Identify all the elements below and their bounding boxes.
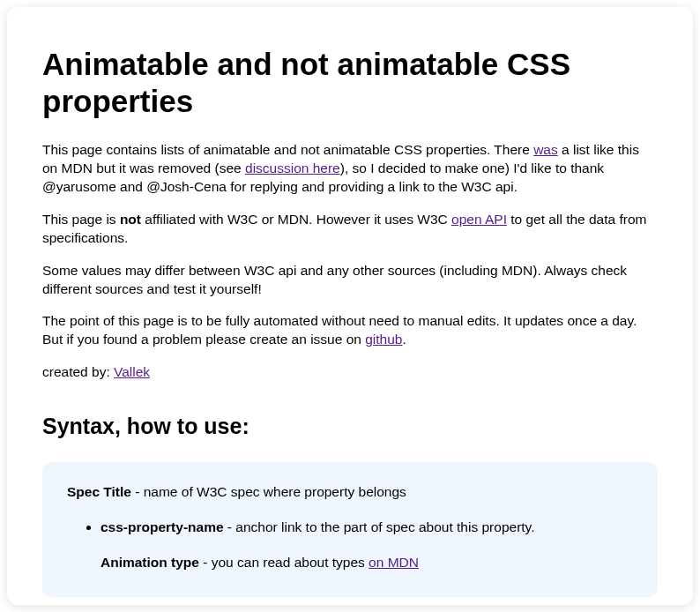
content-card: Animatable and not animatable CSS proper… bbox=[7, 7, 693, 605]
spec-title-label: Spec Title bbox=[67, 484, 131, 499]
animation-type-label: Animation type bbox=[101, 555, 199, 570]
text: This page is bbox=[42, 212, 120, 227]
syntax-spec-line: Spec Title - name of W3C spec where prop… bbox=[67, 483, 633, 502]
link-discussion[interactable]: discussion here bbox=[245, 160, 340, 175]
page-title: Animatable and not animatable CSS proper… bbox=[42, 46, 658, 120]
emphasis-not: not bbox=[120, 212, 141, 227]
syntax-list: css-property-name - anchor link to the p… bbox=[67, 518, 633, 571]
syntax-list-item: css-property-name - anchor link to the p… bbox=[101, 518, 633, 571]
intro-paragraph-4: The point of this page is to be fully au… bbox=[42, 312, 658, 349]
property-name-desc: - anchor link to the part of spec about … bbox=[224, 519, 535, 534]
link-github[interactable]: github bbox=[365, 332, 402, 347]
created-by: created by: Vallek bbox=[42, 363, 658, 382]
spec-title-desc: - name of W3C spec where property belong… bbox=[131, 484, 406, 499]
link-author[interactable]: Vallek bbox=[114, 364, 150, 379]
syntax-anim-line: Animation type - you can read about type… bbox=[101, 553, 633, 572]
text: This page contains lists of animatable a… bbox=[42, 142, 533, 157]
link-was[interactable]: was bbox=[533, 142, 558, 157]
intro-paragraph-3: Some values may differ between W3C api a… bbox=[42, 262, 658, 299]
link-open-api[interactable]: open API bbox=[451, 212, 507, 227]
intro-paragraph-1: This page contains lists of animatable a… bbox=[42, 141, 658, 197]
link-on-mdn[interactable]: on MDN bbox=[369, 555, 419, 570]
property-name-label: css-property-name bbox=[101, 519, 224, 534]
text: created by: bbox=[42, 364, 114, 379]
text: The point of this page is to be fully au… bbox=[42, 313, 637, 347]
syntax-heading: Syntax, how to use: bbox=[42, 414, 658, 439]
intro-paragraph-2: This page is not affiliated with W3C or … bbox=[42, 211, 658, 248]
text: . bbox=[402, 332, 406, 347]
syntax-box: Spec Title - name of W3C spec where prop… bbox=[42, 462, 658, 596]
text: affiliated with W3C or MDN. However it u… bbox=[141, 212, 451, 227]
animation-type-desc: - you can read about types bbox=[199, 555, 369, 570]
